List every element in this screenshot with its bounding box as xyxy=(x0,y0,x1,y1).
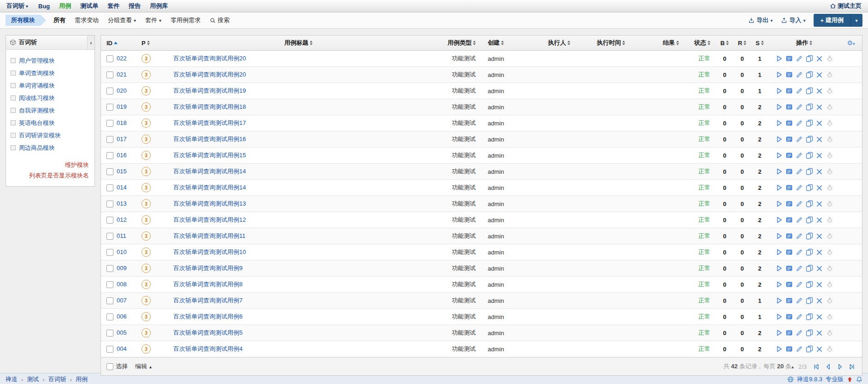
sidebar-collapse-toggle[interactable]: ‹ xyxy=(87,35,94,49)
create-bug-button[interactable] xyxy=(826,264,834,272)
copy-case-button[interactable] xyxy=(805,119,814,127)
run-case-button[interactable] xyxy=(775,280,783,289)
import-menu[interactable]: 导入▾ xyxy=(781,16,805,24)
case-title-link[interactable]: 百次斩单词查询测试用例11 xyxy=(173,232,246,239)
run-case-button[interactable] xyxy=(775,248,783,256)
module-link[interactable]: 单词查询模块 xyxy=(19,67,55,79)
topnav-item[interactable]: 测试单 xyxy=(80,2,98,10)
breadcrumb-item[interactable]: 用例 xyxy=(76,375,88,384)
copy-case-button[interactable] xyxy=(805,296,814,305)
col-header-id[interactable]: ID xyxy=(101,35,142,51)
case-id-link[interactable]: 018 xyxy=(117,119,127,126)
toolbar-menu-item[interactable]: 零用例需求 xyxy=(171,16,201,24)
toolbar-menu-item[interactable]: 需求变动 xyxy=(75,16,99,24)
delete-case-button[interactable] xyxy=(815,71,824,79)
delete-case-button[interactable] xyxy=(815,264,824,272)
view-results-button[interactable] xyxy=(785,200,793,208)
row-checkbox[interactable] xyxy=(106,265,113,272)
copy-case-button[interactable] xyxy=(805,280,814,289)
copy-case-button[interactable] xyxy=(805,167,814,176)
module-link[interactable]: 阅读练习模块 xyxy=(19,92,55,104)
edition-link[interactable]: 专业版 xyxy=(826,375,844,384)
create-bug-button[interactable] xyxy=(826,248,834,256)
view-results-button[interactable] xyxy=(785,232,793,240)
view-results-button[interactable] xyxy=(785,280,793,289)
create-bug-button[interactable] xyxy=(826,280,834,289)
row-checkbox[interactable] xyxy=(106,249,113,256)
copy-case-button[interactable] xyxy=(805,135,814,143)
copy-case-button[interactable] xyxy=(805,232,814,240)
view-results-button[interactable] xyxy=(785,216,793,224)
next-page-button[interactable] xyxy=(835,362,844,371)
delete-case-button[interactable] xyxy=(815,103,824,111)
edit-case-button[interactable] xyxy=(795,71,803,79)
run-case-button[interactable] xyxy=(775,200,783,208)
run-case-button[interactable] xyxy=(775,345,783,353)
copy-case-button[interactable] xyxy=(805,103,814,111)
edit-case-button[interactable] xyxy=(795,103,803,111)
view-results-button[interactable] xyxy=(785,87,793,95)
col-header-creator[interactable]: 创建 xyxy=(488,35,534,51)
module-link[interactable]: 百词斩讲堂模块 xyxy=(19,129,61,142)
create-bug-button[interactable] xyxy=(826,151,834,160)
create-bug-button[interactable] xyxy=(826,103,834,111)
copy-case-button[interactable] xyxy=(805,151,814,160)
case-id-link[interactable]: 022 xyxy=(117,55,127,62)
case-id-link[interactable]: 011 xyxy=(117,232,126,239)
run-case-button[interactable] xyxy=(775,232,783,240)
delete-case-button[interactable] xyxy=(815,329,824,337)
run-case-button[interactable] xyxy=(775,71,783,79)
copy-case-button[interactable] xyxy=(805,71,814,79)
delete-case-button[interactable] xyxy=(815,87,824,95)
create-bug-button[interactable] xyxy=(826,200,834,208)
col-header-result[interactable]: 结果 xyxy=(638,35,679,51)
topnav-item[interactable]: 用例 xyxy=(59,2,71,10)
run-case-button[interactable] xyxy=(775,313,783,321)
edit-case-button[interactable] xyxy=(795,280,803,289)
create-bug-button[interactable] xyxy=(826,135,834,143)
create-bug-button[interactable] xyxy=(826,167,834,176)
view-results-button[interactable] xyxy=(785,264,793,272)
row-checkbox[interactable] xyxy=(106,152,113,159)
edit-case-button[interactable] xyxy=(795,232,803,240)
case-title-link[interactable]: 百次斩单词查询测试用例5 xyxy=(173,329,242,336)
topnav-item[interactable]: 报告 xyxy=(129,2,141,10)
copy-case-button[interactable] xyxy=(805,264,814,272)
create-bug-button[interactable] xyxy=(826,345,834,353)
view-results-button[interactable] xyxy=(785,296,793,305)
create-bug-button[interactable] xyxy=(826,71,834,79)
tab-all-modules[interactable]: 所有模块 xyxy=(6,15,46,26)
copy-case-button[interactable] xyxy=(805,216,814,224)
run-case-button[interactable] xyxy=(775,264,783,272)
col-header-exec-time[interactable]: 执行时间 xyxy=(585,35,638,51)
module-link[interactable]: 周边商品模块 xyxy=(19,142,55,154)
delete-case-button[interactable] xyxy=(815,216,824,224)
edit-case-button[interactable] xyxy=(795,135,803,143)
breadcrumb-item[interactable]: 百词斩 xyxy=(48,375,66,384)
col-header-priority[interactable]: P xyxy=(142,35,167,51)
view-results-button[interactable] xyxy=(785,54,793,63)
create-bug-button[interactable] xyxy=(826,313,834,321)
view-results-button[interactable] xyxy=(785,119,793,127)
row-checkbox[interactable] xyxy=(106,88,113,95)
edit-case-button[interactable] xyxy=(795,248,803,256)
case-id-link[interactable]: 006 xyxy=(117,313,127,320)
delete-case-button[interactable] xyxy=(815,167,824,176)
row-checkbox[interactable] xyxy=(106,297,113,304)
case-id-link[interactable]: 005 xyxy=(117,329,127,336)
case-title-link[interactable]: 百次斩单词查询测试用例19 xyxy=(173,87,246,94)
run-case-button[interactable] xyxy=(775,119,783,127)
case-id-link[interactable]: 021 xyxy=(117,71,127,78)
row-checkbox[interactable] xyxy=(106,136,113,143)
run-case-button[interactable] xyxy=(775,329,783,337)
case-title-link[interactable]: 百次斩单词查询测试用例8 xyxy=(173,281,242,288)
toolbar-menu-item[interactable]: 所有 xyxy=(53,16,65,24)
breadcrumb-item[interactable]: 禅道 xyxy=(6,375,18,384)
product-switcher[interactable]: 百词斩▾ xyxy=(6,2,28,10)
delete-case-button[interactable] xyxy=(815,248,824,256)
case-id-link[interactable]: 017 xyxy=(117,136,127,142)
delete-case-button[interactable] xyxy=(815,54,824,63)
edit-case-button[interactable] xyxy=(795,329,803,337)
run-case-button[interactable] xyxy=(775,167,783,176)
view-results-button[interactable] xyxy=(785,329,793,337)
